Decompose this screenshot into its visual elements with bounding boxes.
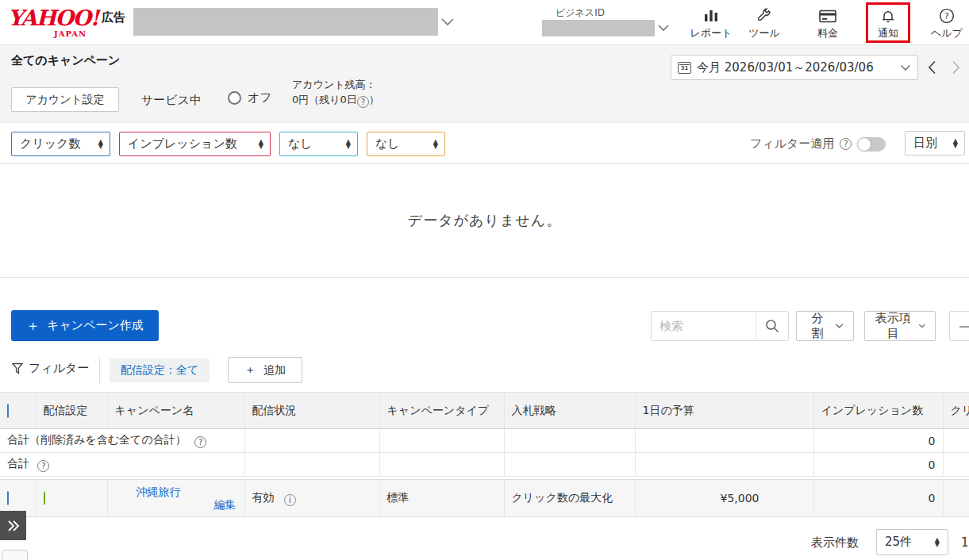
double-chevron-right-icon: [7, 520, 20, 532]
business-id-redacted: [542, 20, 655, 36]
metric-selector-4-value: なし: [375, 136, 400, 152]
balance-help-icon[interactable]: ?: [357, 96, 369, 108]
col-header-impressions[interactable]: インプレッション数: [813, 393, 943, 429]
filter-label: フィルター: [29, 361, 89, 376]
date-next-button[interactable]: [947, 58, 964, 77]
clicks-cell: [943, 480, 969, 517]
header-select-all: [0, 393, 36, 429]
summary-all-label: 合計（削除済みを含む全ての合計）: [7, 433, 186, 446]
col-header-delivery-status[interactable]: 配信状況: [244, 393, 379, 429]
filter-button[interactable]: フィルター: [12, 361, 89, 376]
col-header-campaign-name[interactable]: キャンペーン名: [107, 393, 244, 429]
date-range-picker[interactable]: 31 今月 2026/03/01～2026/03/06: [671, 55, 918, 80]
col-header-bid-strategy[interactable]: 入札戦略: [504, 393, 635, 429]
service-status-label: サービス中: [141, 93, 202, 108]
search-button[interactable]: [756, 312, 788, 340]
wrench-icon: [740, 7, 788, 25]
yahoo-japan-ads-logo[interactable]: YAHOO! JAPAN 広告: [8, 7, 127, 40]
row-checkbox[interactable]: [7, 491, 9, 505]
page-title: 全てのキャンペーン: [11, 53, 120, 68]
balance-value-suffix: ）: [369, 94, 379, 105]
metric-selector-3-value: なし: [288, 136, 313, 152]
radio-circle-icon: [228, 91, 241, 105]
page-size-value: 25件: [885, 535, 912, 550]
status-value: 有効: [252, 491, 275, 504]
search-icon: [765, 319, 779, 333]
interval-selector[interactable]: 日別 ▲▼: [905, 131, 965, 155]
account-settings-button[interactable]: アカウント設定: [11, 87, 119, 112]
daily-budget-cell: ¥5,000: [635, 480, 813, 517]
plus-icon: ＋: [26, 316, 40, 335]
page-size-selector[interactable]: 25件 ▲▼: [876, 529, 948, 555]
empty-cell: [943, 429, 969, 453]
summary-all-help-icon[interactable]: ?: [194, 436, 206, 448]
edit-link[interactable]: 編集: [214, 498, 236, 512]
service-off-label: オフ: [248, 90, 272, 105]
delivery-status-cell: 有効 i: [244, 480, 379, 517]
filter-apply-toggle[interactable]: [857, 137, 886, 152]
more-actions-button-partial[interactable]: [949, 311, 969, 341]
account-name-redacted: [133, 8, 438, 36]
account-balance: アカウント残高： 0円（残り0日?）: [292, 77, 379, 108]
expand-sidebar-button[interactable]: [0, 511, 26, 540]
columns-button[interactable]: 表示項目: [864, 311, 936, 341]
col-header-campaign-type[interactable]: キャンペーンタイプ: [379, 393, 504, 429]
nav-item-tools[interactable]: ツール: [740, 7, 788, 40]
col-header-daily-budget[interactable]: 1日の予算: [635, 393, 813, 429]
chart-area: データがありません。: [0, 164, 969, 278]
nav-item-billing[interactable]: 料金: [804, 7, 852, 40]
split-button[interactable]: 分割: [796, 311, 854, 341]
logo-japan-text: JAPAN: [54, 29, 87, 38]
balance-label: アカウント残高：: [292, 79, 376, 90]
empty-cell: [635, 429, 813, 453]
bottom-partial-element: [2, 550, 28, 560]
spinner-arrows-icon: ▲▼: [346, 140, 351, 149]
spinner-arrows-icon: ▲▼: [433, 140, 438, 149]
create-campaign-button[interactable]: ＋ キャンペーン作成: [11, 310, 159, 341]
empty-cell: [504, 453, 635, 477]
summary-help-icon[interactable]: ?: [37, 460, 49, 472]
date-prev-button[interactable]: [923, 58, 940, 77]
metric-selector-2[interactable]: インプレッション数 ▲▼: [119, 132, 271, 156]
svg-text:?: ?: [944, 11, 949, 21]
search-input[interactable]: [652, 312, 756, 340]
col-header-delivery-setting[interactable]: 配信設定: [36, 393, 107, 429]
filter-apply-help-icon[interactable]: ?: [840, 138, 852, 150]
account-chevron-down-icon[interactable]: [440, 17, 455, 27]
nav-item-notifications[interactable]: 通知: [860, 7, 916, 40]
metric-selector-2-value: インプレッション数: [128, 136, 237, 152]
nav-item-help[interactable]: ? ヘルプ: [919, 7, 969, 40]
empty-cell: [635, 453, 813, 477]
card-icon: [804, 7, 852, 25]
search-box: [651, 311, 789, 341]
delivery-filter-chip[interactable]: 配信設定：全て: [110, 359, 210, 382]
calendar-icon: 31: [678, 62, 691, 74]
select-all-checkbox[interactable]: [7, 404, 9, 418]
add-filter-button[interactable]: ＋ 追加: [228, 357, 302, 383]
service-off-radio[interactable]: オフ: [228, 90, 272, 105]
metric-selector-3[interactable]: なし ▲▼: [279, 132, 358, 156]
summary-label-cell: 合計 ?: [0, 453, 244, 477]
col-header-clicks-partial[interactable]: クリ: [943, 393, 969, 429]
columns-label: 表示項目: [875, 311, 912, 341]
metric-selector-4[interactable]: なし ▲▼: [367, 132, 445, 156]
funnel-icon: [12, 362, 23, 374]
metric-selector-1-value: クリック数: [20, 136, 80, 152]
toggle-knob: [858, 138, 871, 151]
chevron-down-icon: [835, 323, 844, 329]
campaign-table: 配信設定 キャンペーン名 配信状況 キャンペーンタイプ 入札戦略 1日の予算 イ…: [0, 392, 969, 517]
metrics-bar: クリック数 ▲▼ インプレッション数 ▲▼ なし ▲▼ なし ▲▼ フィルター適…: [0, 123, 969, 164]
plus-icon: ＋: [244, 363, 256, 378]
metric-selector-1[interactable]: クリック数 ▲▼: [11, 132, 110, 156]
campaign-row: 沖縄旅行 編集 有効 i 標準 クリック数の最大化 ¥5,000 0: [0, 480, 969, 517]
business-id-chevron-down-icon[interactable]: [657, 24, 670, 33]
info-icon[interactable]: i: [284, 494, 296, 506]
delivery-on-indicator[interactable]: [44, 491, 45, 505]
split-label: 分割: [806, 311, 829, 341]
nav-label-tools: ツール: [740, 26, 788, 40]
campaign-name-link[interactable]: 沖縄旅行: [137, 485, 181, 500]
nav-item-report[interactable]: レポート: [683, 7, 739, 40]
create-campaign-label: キャンペーン作成: [47, 318, 144, 333]
bid-strategy-cell: クリック数の最大化: [504, 480, 635, 517]
logo-product-text: 広告: [102, 10, 125, 25]
